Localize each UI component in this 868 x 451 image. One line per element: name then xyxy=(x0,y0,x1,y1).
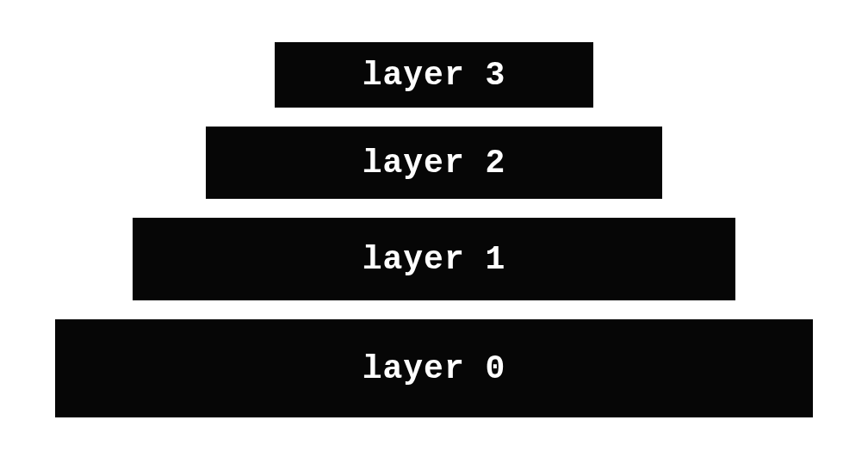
layer-0-block: layer 0 xyxy=(55,319,813,417)
layer-0-label: layer 0 xyxy=(363,350,506,387)
layer-2-block: layer 2 xyxy=(206,127,662,199)
layer-2-label: layer 2 xyxy=(363,145,506,182)
layer-3-block: layer 3 xyxy=(275,42,593,108)
layer-3-label: layer 3 xyxy=(363,57,506,94)
layer-1-block: layer 1 xyxy=(133,218,735,300)
layer-1-label: layer 1 xyxy=(363,241,506,278)
